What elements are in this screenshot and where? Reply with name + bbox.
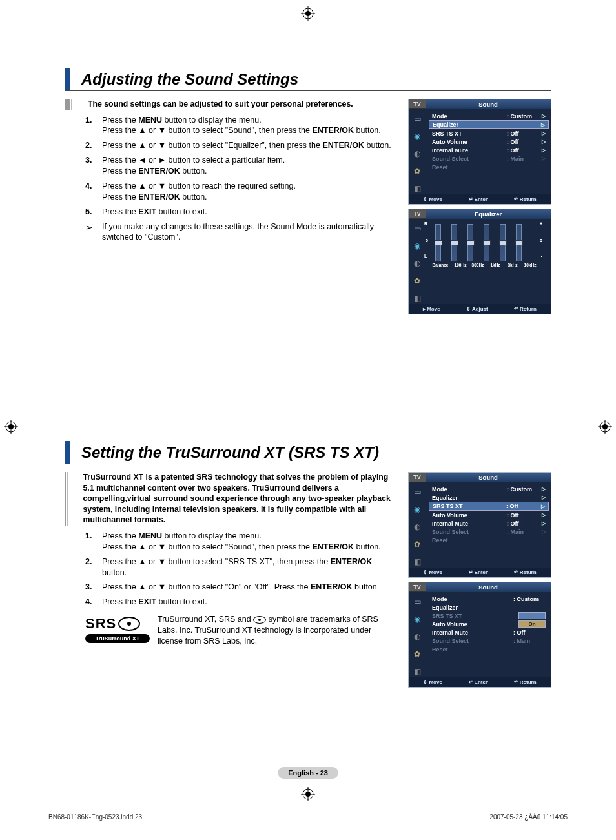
chevron-right-icon: ▷ xyxy=(539,147,546,153)
srs-eye-icon xyxy=(118,617,140,631)
picture-icon: ▭ xyxy=(411,113,423,125)
sound-icon: ◉ xyxy=(411,504,423,515)
chevron-right-icon: ▷ xyxy=(539,139,546,145)
osd-sound-menu-srs: TVSound ▭ ◉ ◐ ✿ ◧ Mode: Custom▷ xyxy=(408,472,551,578)
srs-eye-icon xyxy=(253,616,266,624)
registration-mark-icon xyxy=(301,6,315,21)
step-list: 1.Press the MENU button to display the m… xyxy=(65,531,396,608)
setup-icon: ✿ xyxy=(411,165,423,177)
channel-icon: ◐ xyxy=(411,258,423,269)
enter-icon: ↵ xyxy=(469,569,473,575)
chevron-right-icon: ▷ xyxy=(539,504,545,509)
move-icon: ▸ xyxy=(423,306,426,312)
setup-icon: ✿ xyxy=(411,538,423,550)
osd-sound-dropdown: TVSound ▭ ◉ ◐ ✿ ◧ Mode: Custom xyxy=(408,582,551,688)
chevron-right-icon: ▷ xyxy=(539,113,546,119)
chevron-right-icon: ▷ xyxy=(539,495,546,500)
return-icon: ↶ xyxy=(514,679,518,685)
osd-equalizer: TVEqualizer ▭ ◉ ◐ ✿ ◧ R L xyxy=(408,209,551,314)
chevron-right-icon: ▷ xyxy=(539,122,545,128)
dropdown-option-on: On xyxy=(518,620,546,628)
channel-icon: ◐ xyxy=(411,148,423,159)
registration-mark-icon xyxy=(598,420,612,434)
enter-icon: ↵ xyxy=(469,196,473,202)
channel-icon: ◐ xyxy=(411,521,423,533)
picture-icon: ▭ xyxy=(411,596,423,608)
return-icon: ↶ xyxy=(514,196,518,202)
section-title: Setting the TruSurround XT (SRS TS XT) xyxy=(81,441,379,464)
registration-mark-icon xyxy=(4,420,18,434)
trademark-note: TruSurround XT, SRS and symbol are trade… xyxy=(158,614,396,647)
sound-icon: ◉ xyxy=(411,240,423,252)
intro-text: TruSurround XT is a patented SRS technol… xyxy=(83,472,396,526)
chevron-right-icon: ▷ xyxy=(539,520,546,526)
adjust-icon: ⇕ xyxy=(466,306,471,312)
chevron-right-icon: ▷ xyxy=(539,156,546,161)
sound-icon: ◉ xyxy=(411,130,423,142)
input-icon: ◧ xyxy=(411,666,423,677)
move-icon: ⇕ xyxy=(423,679,427,685)
move-icon: ⇕ xyxy=(423,196,427,202)
dropdown-option-off: Off xyxy=(518,612,546,619)
intro-text: The sound settings can be adjusted to su… xyxy=(88,99,353,110)
chevron-right-icon: ▷ xyxy=(539,486,546,492)
osd-sound-menu: TVSound ▭ ◉ ◐ ✿ ◧ Mode: Custom▷ Equalize… xyxy=(408,99,551,205)
setup-icon: ✿ xyxy=(411,275,423,287)
picture-icon: ▭ xyxy=(411,486,423,498)
setup-icon: ✿ xyxy=(411,648,423,660)
section-header: Adjusting the Sound Settings xyxy=(65,68,551,91)
input-icon: ◧ xyxy=(411,183,423,194)
page-number: English - 23 xyxy=(278,767,338,779)
registration-mark-icon xyxy=(301,787,315,801)
note-arrow-icon: ➢ xyxy=(85,221,102,243)
return-icon: ↶ xyxy=(514,306,518,312)
sound-icon: ◉ xyxy=(411,613,423,625)
move-icon: ⇕ xyxy=(423,569,427,575)
chevron-right-icon: ▷ xyxy=(539,130,546,136)
section-title: Adjusting the Sound Settings xyxy=(81,68,298,90)
chevron-right-icon: ▷ xyxy=(539,512,546,518)
input-icon: ◧ xyxy=(411,556,423,568)
srs-trusurround-logo: SRS TruSurround XT xyxy=(85,614,150,647)
channel-icon: ◐ xyxy=(411,631,423,642)
note: ➢ If you make any changes to these setti… xyxy=(65,221,396,243)
section-header: Setting the TruSurround XT (SRS TS XT) xyxy=(65,441,551,464)
print-footer: BN68-01186K-Eng-0523.indd 23 2007-05-23 … xyxy=(48,814,568,821)
input-icon: ◧ xyxy=(411,292,423,304)
return-icon: ↶ xyxy=(514,569,518,575)
enter-icon: ↵ xyxy=(469,679,473,685)
picture-icon: ▭ xyxy=(411,223,423,234)
chevron-right-icon: ▷ xyxy=(539,529,546,535)
step-list: 1.Press the MENU button to display the m… xyxy=(65,115,396,218)
